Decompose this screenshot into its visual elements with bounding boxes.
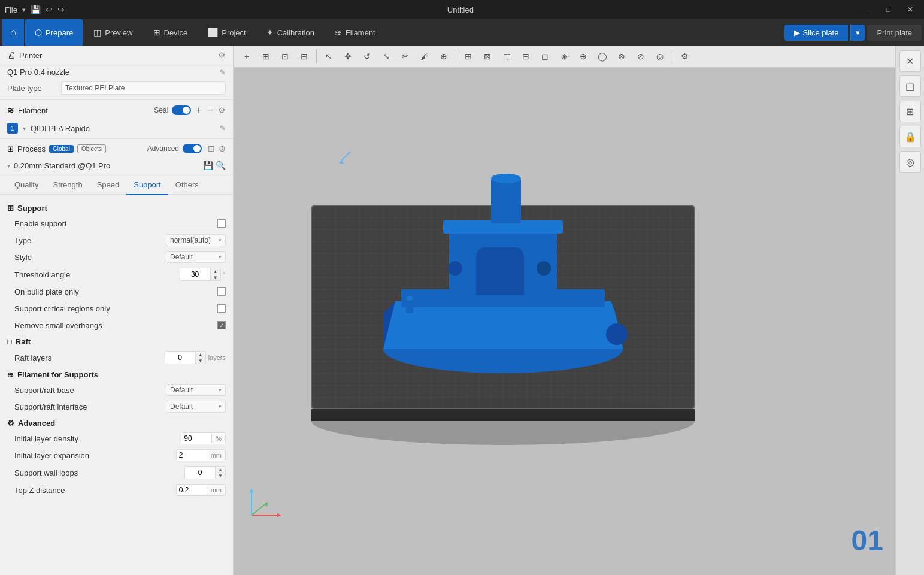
support-raft-interface-select[interactable]: Default ▾ <box>166 401 226 413</box>
support-raft-base-select[interactable]: Default ▾ <box>166 384 226 396</box>
toolbar-view4[interactable]: ⊟ <box>517 48 534 65</box>
threshold-angle-down[interactable]: ▼ <box>211 274 220 280</box>
toolbar-arrange[interactable]: ⊟ <box>296 48 313 65</box>
file-menu[interactable]: File <box>5 5 17 14</box>
support-wall-loops-up[interactable]: ▲ <box>216 467 225 473</box>
save-icon[interactable]: 💾 <box>31 5 41 14</box>
tab-strength[interactable]: Strength <box>46 175 89 195</box>
support-wall-loops-down[interactable]: ▼ <box>216 473 225 479</box>
print-plate-button[interactable]: Print plate <box>867 25 922 41</box>
toolbar-view10[interactable]: ⊘ <box>632 48 649 65</box>
toolbar-view1[interactable]: ⊞ <box>460 48 477 65</box>
on-build-plate-checkbox[interactable] <box>217 288 226 296</box>
svg-marker-65 <box>250 488 253 492</box>
dropdown-arrow[interactable]: ▾ <box>22 6 26 14</box>
slice-plate-button[interactable]: ▶ Slice plate <box>784 25 848 41</box>
toolbar-view5[interactable]: ◻ <box>537 48 553 65</box>
sidebar-tool-table[interactable]: ⊞ <box>899 101 921 122</box>
threshold-angle-up[interactable]: ▲ <box>211 268 220 274</box>
tab-filament[interactable]: ≋ Filament <box>325 19 385 46</box>
raft-layers-input[interactable] <box>165 352 195 363</box>
slice-dropdown-button[interactable]: ▾ <box>850 25 865 41</box>
threshold-angle-row: Threshold angle ▲ ▼ ° <box>0 265 233 283</box>
threshold-angle-input[interactable] <box>180 269 210 280</box>
close-button[interactable]: ✕ <box>901 5 919 14</box>
tab-support[interactable]: Support <box>126 175 168 195</box>
filament-remove-button[interactable]: − <box>207 105 214 116</box>
support-wall-loops-input[interactable] <box>185 467 215 478</box>
toolbar-add-model[interactable]: + <box>238 48 255 65</box>
printer-edit-icon[interactable]: ✎ <box>220 68 226 77</box>
toolbar-view3[interactable]: ◫ <box>498 48 515 65</box>
type-select[interactable]: normal(auto) ▾ <box>166 234 226 246</box>
sidebar-tool-lock[interactable]: 🔒 <box>899 126 921 147</box>
profile-search-icon[interactable]: 🔍 <box>216 161 226 170</box>
top-z-distance-input[interactable] <box>177 485 207 495</box>
tab-project[interactable]: ⬜ Project <box>198 19 255 46</box>
support-raft-base-arrow: ▾ <box>219 387 222 393</box>
initial-layer-expansion-input[interactable] <box>177 450 207 461</box>
initial-layer-density-input[interactable] <box>181 433 211 444</box>
toolbar-settings[interactable]: ⚙ <box>676 48 693 65</box>
tab-prepare[interactable]: ⬡ Prepare <box>25 19 83 46</box>
filament-edit-icon[interactable]: ✎ <box>220 124 226 132</box>
toolbar-orient[interactable]: ⊡ <box>277 48 293 65</box>
prepare-icon: ⬡ <box>35 28 42 37</box>
style-select[interactable]: Default ▾ <box>166 251 226 263</box>
remove-small-checkbox[interactable] <box>217 321 226 329</box>
toolbar-view9[interactable]: ⊗ <box>613 48 630 65</box>
toolbar-paint[interactable]: 🖌 <box>416 48 433 65</box>
sidebar-tool-layers[interactable]: ◫ <box>899 75 921 97</box>
advanced-toggle[interactable] <box>183 144 202 153</box>
view-3d[interactable]: 01 <box>234 68 895 575</box>
raft-layers-up[interactable]: ▲ <box>196 352 205 358</box>
toolbar-rotate[interactable]: ↺ <box>359 48 375 65</box>
sidebar-tool-view[interactable]: ◎ <box>899 151 921 172</box>
process-copy-icon[interactable]: ⊟ <box>208 144 215 153</box>
initial-layer-expansion-unit: mm <box>207 450 225 460</box>
toolbar-cut[interactable]: ✂ <box>397 48 414 65</box>
toolbar-view11[interactable]: ◎ <box>652 48 668 65</box>
toolbar-view7[interactable]: ⊕ <box>575 48 592 65</box>
toolbar-select[interactable]: ↖ <box>320 48 337 65</box>
toolbar-view6[interactable]: ◈ <box>556 48 572 65</box>
filament-add-button[interactable]: + <box>195 105 202 116</box>
filament-dropdown-arrow: ▾ <box>23 125 26 132</box>
plate-type-row: Plate type Textured PEI Plate <box>0 79 233 100</box>
raft-layers-down[interactable]: ▼ <box>196 358 205 364</box>
toolbar-move[interactable]: ✥ <box>340 48 356 65</box>
tab-prepare-label: Prepare <box>46 28 73 37</box>
tab-filament-label: Filament <box>346 28 375 37</box>
critical-regions-checkbox[interactable] <box>217 304 226 313</box>
toolbar-scale[interactable]: ⤡ <box>378 48 395 65</box>
toolbar-support[interactable]: ⊕ <box>435 48 452 65</box>
history-back-icon[interactable]: ↩ <box>46 5 53 14</box>
profile-save-icon[interactable]: 💾 <box>203 161 213 170</box>
filament-settings-icon[interactable]: ⚙ <box>218 105 226 115</box>
raft-layers-unit: layers <box>208 354 226 361</box>
enable-support-checkbox[interactable] <box>217 219 226 228</box>
seal-toggle[interactable] <box>172 105 191 115</box>
tab-others[interactable]: Others <box>168 175 206 195</box>
maximize-button[interactable]: □ <box>880 5 896 14</box>
process-more-icon[interactable]: ⊕ <box>219 144 226 153</box>
sidebar-tool-close[interactable]: ✕ <box>899 50 921 72</box>
toolbar-view2[interactable]: ⊠ <box>479 48 496 65</box>
tab-preview[interactable]: ◫ Preview <box>84 19 142 46</box>
toolbar-grid[interactable]: ⊞ <box>257 48 274 65</box>
remove-small-label: Remove small overhangs <box>14 321 217 330</box>
plate-type-select[interactable]: Textured PEI Plate <box>61 81 226 95</box>
enable-support-label: Enable support <box>14 219 217 228</box>
minimize-button[interactable]: — <box>856 5 875 14</box>
toolbar-view8[interactable]: ◯ <box>594 48 611 65</box>
tab-quality[interactable]: Quality <box>7 175 46 195</box>
tag-objects[interactable]: Objects <box>77 144 106 153</box>
printer-settings-icon[interactable]: ⚙ <box>218 50 226 60</box>
plate-number: 01 <box>852 524 883 557</box>
tab-calibration[interactable]: ✦ Calibration <box>257 19 324 46</box>
tab-speed[interactable]: Speed <box>90 175 127 195</box>
tag-global[interactable]: Global <box>49 145 74 153</box>
tab-device[interactable]: ⊞ Device <box>144 19 198 46</box>
history-forward-icon[interactable]: ↪ <box>57 5 65 14</box>
home-button[interactable]: ⌂ <box>2 19 24 46</box>
